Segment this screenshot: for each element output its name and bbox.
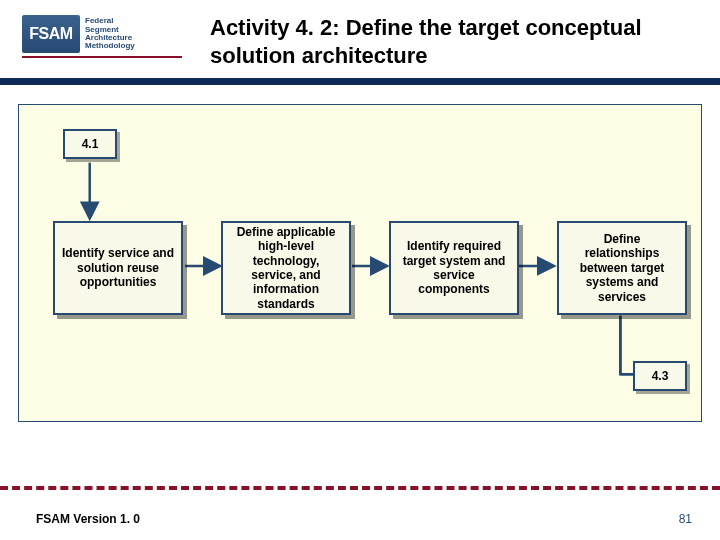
step-box-3: Identify required target system and serv… [389,221,519,315]
logo-line4: Methodology [85,42,135,50]
fsam-logo: FSAM Federal Segment Architecture Method… [22,14,182,58]
slide-footer: FSAM Version 1. 0 81 [0,504,720,526]
step-2-label: Define applicable high-level technology,… [229,225,343,311]
ref-in-label: 4.1 [82,137,99,151]
slide-header: FSAM Federal Segment Architecture Method… [0,14,720,88]
step-box-1: Identify service and solution reuse oppo… [53,221,183,315]
ref-out-label: 4.3 [652,369,669,383]
logo-mark: FSAM [22,15,80,53]
step-1-label: Identify service and solution reuse oppo… [61,246,175,289]
slide: FSAM Federal Segment Architecture Method… [0,0,720,540]
version-label: FSAM Version 1. 0 [36,512,140,526]
header-rule [0,78,720,85]
footer-dashed-rule [0,486,720,490]
page-number: 81 [679,512,692,526]
step-4-label: Define relationships between target syst… [565,232,679,304]
process-diagram: 4.1 Identify service and solution reuse … [18,104,702,422]
step-box-4: Define relationships between target syst… [557,221,687,315]
slide-title: Activity 4. 2: Define the target concept… [210,14,700,69]
ref-in-box: 4.1 [63,129,117,159]
logo-text: Federal Segment Architecture Methodology [85,17,135,51]
step-3-label: Identify required target system and serv… [397,239,511,297]
ref-out-box: 4.3 [633,361,687,391]
step-box-2: Define applicable high-level technology,… [221,221,351,315]
